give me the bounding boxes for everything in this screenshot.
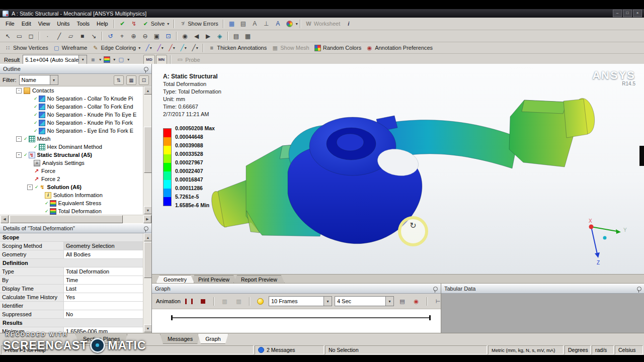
close-button[interactable]: × <box>633 10 642 17</box>
edge-pen-cyan-icon[interactable]: ╱▾ <box>178 43 189 53</box>
menu-units[interactable]: Units <box>53 20 73 28</box>
maximize-button[interactable]: □ <box>623 10 632 17</box>
tree-expander-icon[interactable]: - <box>27 185 33 190</box>
named-selection-icon[interactable]: A <box>272 19 284 29</box>
outline-vertical-scrollbar[interactable]: ▲ ▼ <box>143 86 151 215</box>
filter-options-icon[interactable]: ▦ <box>126 75 136 85</box>
next-view-icon[interactable]: ▶ <box>202 31 214 41</box>
chevron-down-icon[interactable]: ▾ <box>167 22 169 26</box>
chart-view-icon[interactable]: ▤ <box>237 19 249 29</box>
rotate-icon[interactable]: ↺ <box>105 31 116 41</box>
edge-pen-red-icon[interactable]: ╱▾ <box>166 43 178 53</box>
random-colors-button[interactable]: Random Colors <box>312 43 364 53</box>
edge-coloring-button[interactable]: Edge Coloring ▾ <box>90 43 143 53</box>
menu-edit[interactable]: Edit <box>18 20 35 28</box>
body-filter-icon[interactable]: ■ <box>76 31 88 41</box>
details-property-value[interactable]: Yes <box>64 293 143 301</box>
details-property-value[interactable]: Time <box>64 276 143 284</box>
frames-combo[interactable]: 10 Frames ▾ <box>269 296 332 306</box>
details-property-value[interactable]: No <box>64 310 143 318</box>
select-pointer-icon[interactable]: ↖ <box>2 31 14 41</box>
tree-item[interactable]: -Contacts <box>0 86 143 95</box>
scroll-right-icon[interactable]: ▶ <box>143 215 151 223</box>
tree-item[interactable]: ✓No Separation - Knude Pin To Eye E <box>0 111 143 119</box>
stop-solution-icon[interactable]: ↯ <box>128 19 140 29</box>
distributed-frames-button[interactable] <box>219 296 230 307</box>
thicken-annotations-button[interactable]: Thicken Annotations <box>206 43 269 53</box>
chevron-down-icon[interactable]: ▾ <box>78 55 87 64</box>
pushpin-icon[interactable] <box>433 287 438 291</box>
info-button[interactable] <box>343 19 354 29</box>
edge-pen-blue-icon[interactable]: ╱▾ <box>143 43 154 53</box>
edges-display-button[interactable] <box>115 54 127 65</box>
contour-display-button[interactable] <box>101 54 113 65</box>
viewport-tab-report-preview[interactable]: Report Preview <box>233 275 285 283</box>
chevron-down-icon[interactable]: ▾ <box>324 297 332 306</box>
minimize-button[interactable]: – <box>613 10 622 17</box>
tag-icon[interactable]: ▤ <box>230 31 242 41</box>
chevron-down-icon[interactable]: ▾ <box>127 57 129 62</box>
status-angle-unit[interactable]: Degrees <box>565 345 591 354</box>
tree-item[interactable]: ✓Equivalent Stress <box>0 199 143 207</box>
menu-tools[interactable]: Tools <box>73 20 93 28</box>
chevron-down-icon[interactable]: ▾ <box>196 46 198 50</box>
chevron-down-icon[interactable]: ▾ <box>162 46 164 50</box>
details-property-value[interactable] <box>64 302 143 310</box>
scrollbar-thumb[interactable] <box>144 242 151 278</box>
chevron-down-icon[interactable]: ▾ <box>385 297 393 306</box>
edge-pen-black-icon[interactable]: ╱▾ <box>189 43 201 53</box>
edge-pen-purple-icon[interactable]: ╱▾ <box>154 43 166 53</box>
face-filter-icon[interactable]: ▱ <box>65 31 76 41</box>
scrollbar-thumb[interactable] <box>10 215 123 223</box>
update-contours-button[interactable] <box>255 296 266 307</box>
annotation-preferences-button[interactable]: Annotation Preferences <box>364 43 435 53</box>
chevron-down-icon[interactable]: ▾ <box>150 46 152 50</box>
tree-expander-icon[interactable]: - <box>16 136 22 142</box>
outline-horizontal-scrollbar[interactable]: ◀ ▶ <box>0 215 151 223</box>
pin-geometry-icon[interactable]: ⊥ <box>261 19 272 29</box>
tree-item[interactable]: ✓No Separation - Collar To Knude Pi <box>0 95 143 103</box>
stop-button[interactable] <box>197 296 209 307</box>
pushpin-icon[interactable] <box>144 226 148 231</box>
zoom-in-icon[interactable]: ⊕ <box>128 31 139 41</box>
result-sets-button[interactable] <box>233 296 245 307</box>
menu-help[interactable]: Help <box>93 20 112 28</box>
filter-box-icon[interactable]: ⊡ <box>139 75 149 85</box>
show-errors-button[interactable]: Show Errors <box>177 19 221 29</box>
tree-item[interactable]: ✓Total Deformation <box>0 207 143 215</box>
max-annotation-toggle[interactable]: MD <box>143 55 154 65</box>
menu-view[interactable]: View <box>35 20 54 28</box>
tree-item[interactable]: Force 2 <box>0 175 143 183</box>
max-annotation-icon[interactable]: A <box>249 19 261 29</box>
solve-button[interactable]: Solve ▾ <box>140 19 172 29</box>
box-select-icon[interactable]: ▭ <box>14 31 25 41</box>
pushpin-icon[interactable] <box>637 287 641 291</box>
scrollbar-thumb[interactable] <box>144 127 151 173</box>
result-scale-combo[interactable]: 5.1e+004 (Auto Scale) ▾ <box>23 55 87 65</box>
chevron-down-icon[interactable]: ▾ <box>185 46 187 50</box>
duration-combo[interactable]: 4 Sec ▾ <box>335 296 394 306</box>
scroll-down-icon[interactable]: ▼ <box>144 324 151 332</box>
tree-item[interactable]: Force <box>0 167 143 175</box>
tree-item[interactable]: ✓Hex Dominant Method <box>0 143 143 151</box>
orientation-triad[interactable]: X Y Z <box>575 218 632 268</box>
tree-item[interactable]: Solution Information <box>0 191 143 199</box>
viewport-tab-print-preview[interactable]: Print Preview <box>191 275 237 283</box>
chevron-down-icon[interactable]: ▾ <box>138 46 140 50</box>
graph-timeline-area[interactable] <box>152 309 441 334</box>
edge-filter-icon[interactable]: ╱ <box>53 31 65 41</box>
tags-grid-icon[interactable]: ▦ <box>226 19 237 29</box>
tree-item[interactable]: -✓Static Structural (A5) <box>0 151 143 159</box>
tree-item[interactable]: -✓Mesh <box>0 135 143 143</box>
chevron-down-icon[interactable]: ▾ <box>50 75 58 84</box>
menu-file[interactable]: File <box>2 20 18 28</box>
worksheet-button[interactable]: Worksheet <box>303 19 343 29</box>
tree-item[interactable]: -✓Solution (A6) <box>0 183 143 191</box>
chevron-down-icon[interactable]: ▾ <box>173 46 175 50</box>
viewports-icon[interactable]: ▦ <box>242 31 254 41</box>
probe-button[interactable]: Probe <box>174 54 202 65</box>
wireframe-button[interactable]: Wireframe <box>51 43 90 53</box>
min-annotation-toggle[interactable]: MN <box>156 55 167 65</box>
fit-view-icon[interactable]: ⊡ <box>163 31 174 41</box>
dock-tab-graph[interactable]: Graph <box>198 334 228 344</box>
